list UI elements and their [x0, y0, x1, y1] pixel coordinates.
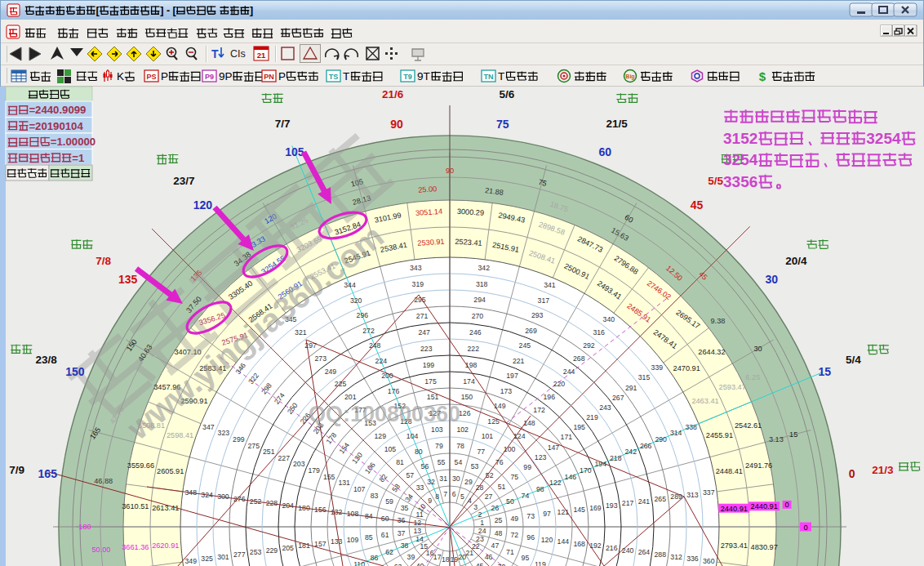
- svg-text:168: 168: [573, 540, 585, 548]
- svg-text:268: 268: [573, 354, 585, 363]
- svg-text:110: 110: [353, 560, 365, 566]
- svg-text:96: 96: [526, 533, 535, 541]
- svg-text:174: 174: [463, 377, 475, 386]
- svg-text:181: 181: [298, 541, 310, 550]
- svg-text:20/4: 20/4: [785, 255, 807, 267]
- svg-text:217: 217: [622, 499, 634, 507]
- svg-text:75: 75: [496, 118, 509, 131]
- svg-text:157: 157: [314, 540, 327, 548]
- svg-text:176: 176: [388, 387, 400, 395]
- svg-text:5/4: 5/4: [846, 354, 861, 366]
- svg-text:247: 247: [418, 328, 430, 336]
- svg-text:51: 51: [498, 483, 506, 491]
- svg-text:47: 47: [491, 541, 500, 550]
- svg-text:105: 105: [285, 145, 304, 158]
- svg-text:289: 289: [670, 492, 682, 501]
- svg-text:53: 53: [471, 462, 479, 470]
- svg-text:30: 30: [753, 345, 762, 353]
- svg-text:155: 155: [323, 473, 335, 481]
- svg-text:3661.36: 3661.36: [122, 543, 149, 551]
- svg-text:264: 264: [638, 548, 651, 556]
- svg-text:39: 39: [407, 553, 415, 561]
- svg-text:313: 313: [686, 491, 699, 499]
- svg-text:$: $: [759, 69, 766, 83]
- svg-text:]: ]: [250, 5, 253, 16]
- svg-text:180: 180: [298, 504, 310, 512]
- svg-text:312: 312: [670, 553, 682, 561]
- svg-text:229: 229: [266, 546, 278, 555]
- svg-text:170: 170: [580, 466, 592, 475]
- svg-text:2448.41: 2448.41: [716, 467, 743, 475]
- svg-text:90: 90: [390, 118, 403, 131]
- svg-text:46.88: 46.88: [94, 477, 113, 485]
- svg-text:12: 12: [414, 519, 422, 527]
- svg-text:61: 61: [381, 531, 389, 539]
- svg-text:225: 225: [335, 380, 347, 388]
- svg-text:73: 73: [526, 512, 535, 520]
- svg-text:46: 46: [485, 553, 493, 561]
- svg-text:219: 219: [586, 413, 598, 421]
- svg-text:150: 150: [65, 365, 85, 378]
- svg-text:13: 13: [414, 527, 422, 535]
- svg-text:36: 36: [398, 516, 406, 524]
- svg-text:] - [: ] - [: [160, 5, 176, 16]
- svg-text:296: 296: [357, 311, 369, 319]
- svg-text:Big: Big: [625, 74, 634, 80]
- svg-text:120: 120: [193, 198, 213, 212]
- svg-text:193: 193: [606, 501, 618, 510]
- svg-text:131: 131: [338, 479, 350, 487]
- svg-text:316: 316: [593, 328, 605, 336]
- svg-text:321: 321: [295, 328, 307, 336]
- svg-text:59: 59: [385, 497, 393, 506]
- svg-text:133: 133: [331, 537, 343, 546]
- svg-text:2: 2: [478, 510, 482, 519]
- svg-text:165: 165: [38, 467, 58, 480]
- svg-text:2491.76: 2491.76: [745, 461, 772, 470]
- svg-text:344: 344: [344, 281, 356, 289]
- svg-text:337: 337: [703, 488, 715, 497]
- svg-text:151: 151: [427, 393, 439, 401]
- svg-text:218: 218: [610, 454, 622, 462]
- svg-text:156: 156: [314, 506, 327, 514]
- svg-text:169: 169: [589, 504, 602, 512]
- svg-text:98: 98: [536, 485, 544, 493]
- svg-text:3254: 3254: [723, 151, 758, 168]
- svg-text:32: 32: [427, 478, 435, 486]
- svg-text:320: 320: [350, 296, 362, 305]
- svg-text:3610.51: 3610.51: [122, 502, 149, 510]
- svg-text:0: 0: [785, 501, 789, 509]
- svg-text:QQ:100800360: QQ:100800360: [309, 402, 460, 426]
- svg-text:246: 246: [469, 328, 482, 336]
- svg-text:T: T: [498, 70, 504, 82]
- svg-text:K: K: [117, 70, 124, 82]
- svg-text:15: 15: [789, 430, 797, 439]
- svg-text:120: 120: [541, 536, 553, 544]
- svg-text:3254: 3254: [866, 130, 901, 147]
- svg-text:4830.97: 4830.97: [751, 543, 778, 551]
- svg-text:2793.41: 2793.41: [721, 541, 748, 550]
- svg-text:121: 121: [558, 508, 570, 516]
- svg-text:62: 62: [385, 548, 393, 556]
- svg-text:63: 63: [394, 563, 402, 566]
- svg-text:2470.91: 2470.91: [673, 364, 700, 372]
- svg-text:275: 275: [248, 442, 260, 450]
- svg-text:144: 144: [558, 537, 570, 546]
- svg-text:2644.32: 2644.32: [698, 348, 725, 356]
- svg-text:104: 104: [406, 432, 419, 440]
- svg-text:103: 103: [431, 426, 443, 434]
- svg-text:3356: 3356: [723, 173, 757, 190]
- svg-text:30: 30: [766, 273, 779, 286]
- svg-text:TS: TS: [329, 73, 339, 81]
- svg-text:129: 129: [375, 432, 387, 440]
- svg-text:194: 194: [595, 460, 607, 468]
- svg-text:271: 271: [416, 312, 429, 320]
- svg-text:107: 107: [353, 485, 366, 493]
- svg-text:314: 314: [670, 429, 682, 437]
- svg-text:343: 343: [410, 264, 422, 272]
- svg-text:146: 146: [565, 473, 577, 481]
- svg-text:5/6: 5/6: [499, 88, 514, 100]
- svg-text:38: 38: [401, 541, 409, 550]
- svg-text:360: 360: [703, 557, 715, 565]
- svg-text:2613.41: 2613.41: [152, 504, 179, 512]
- svg-text:299: 299: [233, 435, 245, 443]
